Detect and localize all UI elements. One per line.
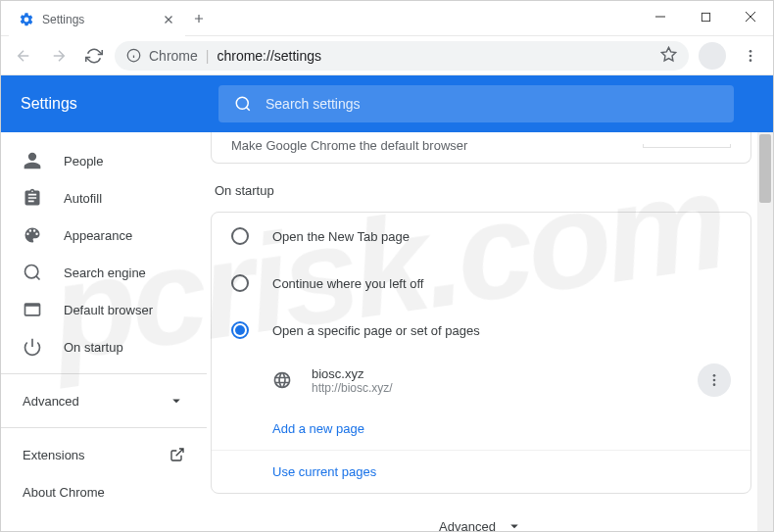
svg-point-7 xyxy=(25,266,38,278)
browser-toolbar: Chrome | chrome://settings xyxy=(1,36,773,75)
settings-header: Settings xyxy=(1,75,773,132)
scrollbar-thumb[interactable] xyxy=(759,134,771,203)
svg-point-6 xyxy=(236,97,248,109)
radio-new-tab[interactable]: Open the New Tab page xyxy=(212,213,750,260)
use-current-row: Use current pages xyxy=(212,450,750,493)
radio-icon xyxy=(231,227,249,245)
forward-button[interactable] xyxy=(44,41,73,71)
search-input[interactable] xyxy=(266,96,718,112)
person-icon xyxy=(23,151,42,170)
more-vert-icon xyxy=(706,372,722,388)
reload-button[interactable] xyxy=(79,41,109,71)
sidebar-item-default-browser[interactable]: Default browser xyxy=(1,291,207,328)
svg-point-8 xyxy=(713,374,716,377)
sidebar-item-search-engine[interactable]: Search engine xyxy=(1,254,207,291)
bookmark-star-icon[interactable] xyxy=(660,46,677,66)
startup-page-url: http://biosc.xyz/ xyxy=(312,381,678,395)
maximize-button[interactable] xyxy=(683,1,728,32)
sidebar-label: Autofill xyxy=(64,191,102,206)
menu-button[interactable] xyxy=(736,41,765,71)
window-controls xyxy=(638,1,773,32)
default-browser-hint: Make Google Chrome the default browser xyxy=(231,138,467,153)
clipboard-icon xyxy=(23,188,42,208)
radio-specific-pages[interactable]: Open a specific page or set of pages xyxy=(212,307,750,354)
make-default-button[interactable] xyxy=(643,144,731,148)
radio-label: Open the New Tab page xyxy=(272,229,410,244)
chevron-down-icon xyxy=(168,392,185,410)
svg-point-4 xyxy=(750,54,752,57)
close-icon[interactable] xyxy=(162,13,175,26)
radio-label: Open a specific page or set of pages xyxy=(272,323,480,338)
sidebar-item-about[interactable]: About Chrome xyxy=(1,473,207,510)
svg-point-3 xyxy=(750,50,752,53)
search-icon xyxy=(234,95,252,113)
sidebar-label: Extensions xyxy=(23,448,85,462)
radio-label: Continue where you left off xyxy=(272,276,423,291)
browser-tab[interactable]: Settings xyxy=(9,3,185,36)
svg-point-5 xyxy=(750,59,752,62)
sidebar-label: On startup xyxy=(64,340,123,355)
sidebar-item-on-startup[interactable]: On startup xyxy=(1,328,207,365)
sidebar-label: Default browser xyxy=(64,303,153,317)
settings-sidebar: People Autofill Appearance Search engine… xyxy=(1,132,207,532)
page-more-button[interactable] xyxy=(698,363,731,397)
profile-avatar[interactable] xyxy=(699,42,726,70)
close-window-button[interactable] xyxy=(728,1,773,32)
default-browser-card: Make Google Chrome the default browser xyxy=(211,132,751,164)
palette-icon xyxy=(23,225,42,245)
search-icon xyxy=(23,263,42,282)
sidebar-label: Advanced xyxy=(23,394,79,409)
advanced-expander[interactable]: Advanced xyxy=(211,517,751,532)
sidebar-label: Appearance xyxy=(64,228,132,243)
startup-page-row: biosc.xyz http://biosc.xyz/ xyxy=(212,354,750,407)
add-page-row: Add a new page xyxy=(212,407,750,450)
sidebar-item-autofill[interactable]: Autofill xyxy=(1,179,207,217)
settings-title: Settings xyxy=(21,95,207,113)
power-icon xyxy=(23,337,42,357)
add-page-link[interactable]: Add a new page xyxy=(272,421,364,436)
url-text: chrome://settings xyxy=(217,48,321,64)
radio-continue[interactable]: Continue where you left off xyxy=(212,260,750,307)
sidebar-label: Search engine xyxy=(64,266,146,280)
svg-rect-0 xyxy=(701,13,709,21)
settings-search[interactable] xyxy=(218,85,734,122)
sidebar-label: About Chrome xyxy=(23,485,105,500)
url-scheme-label: Chrome xyxy=(149,48,198,64)
gear-icon xyxy=(19,12,34,27)
svg-point-10 xyxy=(713,383,716,386)
new-tab-button[interactable] xyxy=(185,5,213,32)
radio-icon xyxy=(231,274,249,292)
sidebar-item-advanced[interactable]: Advanced xyxy=(1,382,207,419)
startup-page-name: biosc.xyz xyxy=(312,366,678,381)
minimize-button[interactable] xyxy=(638,1,683,32)
back-button[interactable] xyxy=(9,41,38,71)
browser-icon xyxy=(23,300,42,319)
use-current-link[interactable]: Use current pages xyxy=(272,464,376,479)
section-title-startup: On startup xyxy=(215,183,751,198)
divider xyxy=(1,373,207,374)
advanced-label: Advanced xyxy=(439,519,496,533)
sidebar-label: People xyxy=(64,154,103,169)
external-link-icon xyxy=(169,447,185,462)
sidebar-item-extensions[interactable]: Extensions xyxy=(1,436,207,473)
svg-point-9 xyxy=(713,379,716,382)
divider xyxy=(1,427,207,428)
chevron-down-icon xyxy=(506,517,523,532)
svg-marker-2 xyxy=(661,47,675,60)
startup-card: Open the New Tab page Continue where you… xyxy=(211,212,751,494)
address-bar[interactable]: Chrome | chrome://settings xyxy=(115,41,689,71)
tab-title: Settings xyxy=(42,13,154,26)
scrollbar[interactable] xyxy=(757,132,773,532)
globe-icon xyxy=(272,370,292,390)
sidebar-item-appearance[interactable]: Appearance xyxy=(1,217,207,254)
info-icon xyxy=(126,48,141,63)
radio-icon xyxy=(231,321,249,339)
settings-content: Make Google Chrome the default browser O… xyxy=(207,132,773,532)
sidebar-item-people[interactable]: People xyxy=(1,142,207,179)
window-titlebar: Settings xyxy=(1,1,773,36)
